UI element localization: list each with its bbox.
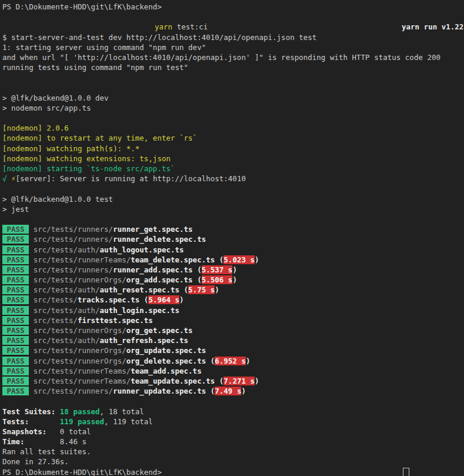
npm-script-line: > nodemon src/app.ts — [2, 103, 464, 113]
pass-badge: PASS — [2, 316, 29, 325]
terminal-cursor — [403, 468, 409, 476]
test-time: 7.271 s — [223, 377, 255, 385]
test-file: auth_login.spec.ts — [100, 306, 179, 315]
pass-badge: PASS — [2, 235, 29, 244]
text-segment: ) — [241, 387, 246, 395]
test-path: src/tests/runnerTeams/ — [34, 377, 131, 385]
time-value: 8.46 s — [60, 437, 86, 446]
text-segment — [29, 295, 34, 304]
test-path: src/tests/runners/ — [34, 225, 113, 234]
test-result-row: PASS src/tests/runnerTeams/team_add.spec… — [2, 366, 464, 376]
test-result-row: PASS src/tests/firsttest.spec.ts — [2, 315, 464, 325]
test-time: 5.506 s — [202, 275, 233, 284]
summary-time-line: Time: 8.46 s — [2, 437, 464, 447]
server-status-line: √ ⚡[server]: Server is running at http:/… — [2, 174, 464, 184]
text-segment — [29, 255, 34, 264]
output-text: > nodemon src/app.ts — [2, 104, 91, 112]
nodemon-line: [nodemon] to restart at any time, enter … — [2, 133, 464, 143]
prompt-text: PS D:\Dokumente-HDD\git\LfK\backend> — [2, 468, 162, 476]
text-segment — [29, 367, 34, 375]
pass-badge: PASS — [2, 346, 29, 355]
blank-line — [2, 184, 464, 194]
summary-label: Tests: — [2, 417, 60, 426]
test-file: org_delete.spec.ts — [126, 357, 206, 365]
pass-badge: PASS — [2, 265, 29, 274]
prompt-text: PS D:\Dokumente-HDD\git\LfK\backend> — [2, 2, 162, 11]
text-segment: ) — [215, 285, 219, 294]
prompt-line: PS D:\Dokumente-HDD\git\LfK\backend> — [2, 467, 464, 476]
blank-line — [2, 12, 464, 22]
server-status-text: [server]: Server is running at http://lo… — [16, 174, 246, 183]
test-file: runner_add.spec.ts — [113, 265, 192, 274]
pass-badge: PASS — [2, 357, 29, 365]
sst-output-line: and when url "[ 'http://localhost:4010/a… — [2, 52, 464, 62]
output-text: running tests using command "npm run tes… — [2, 63, 188, 72]
output-text: 1: starting server using command "npm ru… — [2, 43, 206, 52]
summary-label: Snapshots: — [2, 427, 60, 436]
text-segment — [29, 265, 34, 274]
test-path: src/tests/ — [34, 295, 78, 304]
summary-label: Time: — [2, 437, 60, 446]
test-result-row: PASS src/tests/runners/runner_update.spe… — [2, 386, 464, 396]
test-file: runner_update.spec.ts — [113, 387, 206, 395]
output-text: > @lfk/backend@1.0.0 test — [2, 195, 113, 204]
test-result-row: PASS src/tests/auth/auth_refresh.spec.ts — [2, 335, 464, 345]
passed-count: 18 passed — [60, 407, 100, 416]
text-segment: ( — [193, 275, 202, 284]
nodemon-text: [nodemon] watching extensions: ts,json — [2, 154, 171, 163]
pass-badge: PASS — [2, 285, 29, 294]
sst-output-line: running tests using command "npm run tes… — [2, 62, 464, 72]
npm-script-line: > @lfk/backend@1.0.0 test — [2, 194, 464, 204]
test-result-row: PASS src/tests/runners/runner_delete.spe… — [2, 234, 464, 244]
npm-script-line: > @lfk/backend@1.0.0 dev — [2, 93, 464, 103]
summary-label: Test Suites: — [2, 407, 60, 416]
nodemon-starting-line: [nodemon] starting `ts-node src/app.ts` — [2, 164, 464, 174]
pass-badge: PASS — [2, 387, 29, 395]
pass-badge: PASS — [2, 306, 29, 315]
text-segment: ) — [232, 265, 237, 274]
yarn-version: yarn run v1.22.1 — [402, 22, 464, 32]
test-result-row: PASS src/tests/runners/runner_get.spec.t… — [2, 224, 464, 234]
text-segment: ( — [206, 387, 215, 395]
text-segment: ) — [246, 357, 251, 365]
check-icon: √ — [2, 174, 11, 183]
nodemon-line: [nodemon] watching path(s): *.* — [2, 144, 464, 154]
test-result-row: PASS src/tests/auth/auth_login.spec.ts — [2, 305, 464, 315]
pass-badge: PASS — [2, 275, 29, 284]
ran-all-line: Ran all test suites. — [2, 447, 464, 457]
test-file: tracks.spec.ts — [78, 295, 139, 304]
test-result-row: PASS src/tests/auth/auth_reset.spec.ts (… — [2, 285, 464, 295]
test-file: auth_logout.spec.ts — [100, 245, 184, 254]
pass-badge: PASS — [2, 245, 29, 254]
test-result-row: PASS src/tests/runners/runner_add.spec.t… — [2, 265, 464, 275]
test-path: src/tests/runnerTeams/ — [34, 367, 131, 375]
yarn-word: yarn — [155, 22, 172, 31]
text-segment — [29, 316, 34, 325]
test-path: src/tests/auth/ — [34, 336, 100, 345]
terminal[interactable]: PS D:\Dokumente-HDD\git\LfK\backend>yarn… — [0, 0, 464, 476]
test-path: src/tests/runnerOrgs/ — [34, 357, 126, 365]
test-file: runner_delete.spec.ts — [113, 235, 206, 244]
test-path: src/tests/runners/ — [34, 235, 113, 244]
total-count: , 119 total — [104, 417, 153, 426]
test-time: 5.964 s — [148, 295, 179, 304]
test-path: src/tests/runners/ — [34, 387, 113, 395]
pass-badge: PASS — [2, 225, 29, 234]
test-file: org_update.spec.ts — [126, 346, 206, 355]
text-segment: ( — [193, 265, 202, 274]
text-segment: ( — [215, 255, 223, 264]
text-segment — [29, 285, 34, 294]
test-time: 5.537 s — [202, 265, 233, 274]
test-path: src/tests/auth/ — [34, 306, 100, 315]
text-segment — [29, 377, 34, 385]
prompt-line: PS D:\Dokumente-HDD\git\LfK\backend> — [2, 2, 464, 12]
pass-badge: PASS — [2, 377, 29, 385]
test-path: src/tests/ — [34, 316, 78, 325]
summary-tests-line: Tests: 119 passed, 119 total — [2, 417, 464, 427]
total-count: 0 total — [60, 427, 91, 436]
test-file: team_add.spec.ts — [131, 367, 201, 375]
pass-badge: PASS — [2, 326, 29, 335]
text-segment: ) — [179, 295, 184, 304]
text-segment — [29, 387, 34, 395]
text-segment — [29, 326, 34, 335]
